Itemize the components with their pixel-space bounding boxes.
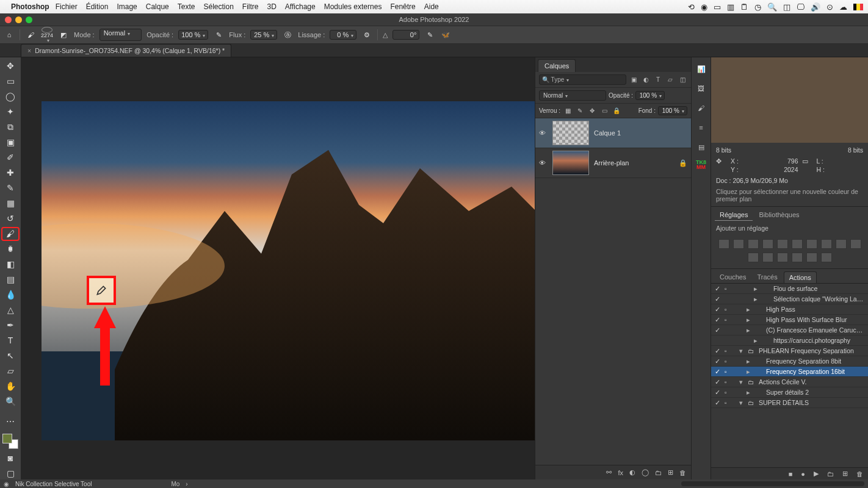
tab-actions[interactable]: Actions [784, 271, 817, 283]
action-row[interactable]: ✓▸Sélection calque "Working Layer" [711, 294, 868, 304]
lock-nest-icon[interactable]: ▭ [599, 107, 609, 114]
pressure-size-icon[interactable]: ✎ [424, 29, 435, 40]
lock-paint-icon[interactable]: ✎ [575, 107, 585, 114]
status-icon[interactable]: 🔍 [767, 2, 777, 12]
lissage-field[interactable]: 0 % [330, 30, 356, 40]
visibility-icon[interactable]: 👁 [539, 129, 548, 137]
filter-adjust-icon[interactable]: ◐ [641, 76, 651, 83]
filter-shape-icon[interactable]: ▱ [665, 76, 675, 83]
action-row[interactable]: ✓▫▸Frequency Separation 8bit [711, 356, 868, 367]
chevron-right-icon[interactable]: › [186, 481, 187, 487]
new-set-icon[interactable]: 🗀 [827, 470, 834, 478]
menu-fenetre[interactable]: Fenêtre [390, 2, 415, 11]
lock-pos-icon[interactable]: ✥ [587, 107, 597, 114]
layer-thumb[interactable] [552, 151, 589, 175]
opacity-field[interactable]: 100 % [178, 30, 208, 40]
layer-name[interactable]: Arrière-plan [594, 159, 629, 167]
lock-trans-icon[interactable]: ▦ [563, 107, 573, 114]
new-layer-icon[interactable]: ⊞ [668, 468, 673, 476]
adj-photo-icon[interactable] [836, 239, 847, 249]
action-dialog-icon[interactable]: ▫ [725, 306, 732, 313]
tab-couches[interactable]: Couches [715, 271, 751, 283]
trash-icon[interactable]: 🗑 [856, 470, 863, 478]
quickmask-icon[interactable]: ◙ [2, 451, 19, 464]
adj-bw-icon[interactable] [821, 239, 832, 249]
airbrush-icon[interactable]: ⓐ [282, 29, 293, 40]
status-icon[interactable]: ◉ [701, 2, 707, 12]
layer-row[interactable]: 👁 Arrière-plan 🔒 [535, 148, 691, 178]
adj-lookup-icon[interactable] [748, 253, 759, 262]
action-dialog-icon[interactable]: ▫ [725, 285, 732, 292]
visibility-icon[interactable]: 👁 [539, 159, 548, 167]
action-dialog-icon[interactable]: ▫ [725, 357, 732, 365]
pen-tool-icon[interactable]: ✒ [2, 319, 19, 332]
adj-gradmap-icon[interactable] [821, 253, 832, 262]
status-icon[interactable]: ◷ [754, 2, 761, 12]
nik-plugin-label[interactable]: Nik Collection Selective Tool [15, 481, 92, 487]
histogram-stub-icon[interactable]: 📊 [695, 62, 708, 76]
history-brush-tool-icon[interactable]: ↺ [2, 212, 19, 225]
action-row[interactable]: ▸https://carucci.photography [711, 336, 868, 346]
symmetry-icon[interactable]: 🦋 [440, 29, 451, 40]
action-check-icon[interactable]: ✓ [715, 378, 722, 386]
menu-calque[interactable]: Calque [146, 2, 169, 11]
new-action-icon[interactable]: ⊞ [842, 470, 848, 478]
adj-vibrance-icon[interactable] [777, 239, 788, 249]
frame-tool-icon[interactable]: ▣ [2, 136, 19, 149]
brush-stub-icon[interactable]: 🖌 [695, 101, 708, 115]
adj-poster-icon[interactable] [777, 253, 788, 262]
adj-selcolor-icon[interactable] [806, 253, 817, 262]
lasso-tool-icon[interactable]: ◯ [2, 90, 19, 103]
nik-plugin-icon[interactable]: ◉ [4, 481, 9, 487]
action-row[interactable]: ✓▫▸High Pass With Surface Blur [711, 315, 868, 325]
tab-calques[interactable]: Calques [538, 59, 576, 72]
action-row[interactable]: ✓▫▾🗀SUPER DÉTAILS [711, 398, 868, 408]
layer-thumb[interactable] [552, 121, 589, 145]
stop-icon[interactable]: ■ [789, 470, 793, 478]
adj-invert-icon[interactable] [762, 253, 773, 262]
adj-mixer-icon[interactable] [850, 239, 861, 249]
menu-filtre[interactable]: Filtre [242, 2, 259, 11]
layer-row[interactable]: 👁 Calque 1 [535, 118, 691, 148]
tab-traces[interactable]: Tracés [752, 271, 782, 283]
horizontal-scrollbar[interactable] [681, 481, 864, 486]
action-row[interactable]: ✓▫▾🗀Actions Cécile V. [711, 377, 868, 387]
clone-tool-icon[interactable]: ⧯ [2, 243, 19, 256]
status-icon[interactable]: 🗒 [740, 2, 748, 12]
action-check-icon[interactable]: ✓ [715, 368, 722, 375]
group-icon[interactable]: 🗀 [655, 469, 662, 476]
status-icon[interactable]: ▭ [714, 2, 721, 12]
path-tool-icon[interactable]: ↖ [2, 350, 19, 362]
expand-icon[interactable]: ▸ [747, 368, 753, 375]
color-swatches[interactable] [2, 434, 18, 449]
brush-tool-icon[interactable]: 🖌 [2, 228, 19, 240]
adj-levels-icon[interactable] [733, 239, 744, 249]
action-row[interactable]: ✓▫▸Frequency Separation 16bit [711, 367, 868, 377]
mask-icon[interactable]: ◐ [629, 468, 635, 476]
status-icon[interactable]: ⟲ [688, 2, 695, 12]
status-icon[interactable]: ☁ [839, 2, 847, 12]
close-button[interactable] [5, 16, 12, 23]
brush-tool-icon[interactable]: 🖌 [25, 29, 36, 40]
action-dialog-icon[interactable]: ▫ [725, 368, 732, 375]
expand-icon[interactable]: ▾ [739, 378, 745, 386]
hand-tool-icon[interactable]: ✋ [2, 380, 19, 393]
canvas-area[interactable] [21, 57, 535, 479]
brush2-tool-icon[interactable]: ✎ [2, 182, 19, 195]
settings-stub-icon[interactable]: ≡ [695, 121, 708, 134]
expand-icon[interactable]: ▸ [747, 316, 753, 323]
adj-exposure-icon[interactable] [762, 239, 773, 249]
angle-field[interactable]: 0° [392, 30, 419, 40]
expand-icon[interactable]: ▸ [747, 357, 753, 365]
action-check-icon[interactable]: ✓ [715, 306, 722, 313]
blend-mode-select[interactable]: Normal [539, 90, 606, 101]
action-dialog-icon[interactable]: ▫ [725, 378, 732, 386]
adj-brightness-icon[interactable] [718, 239, 729, 249]
document-canvas[interactable] [42, 101, 535, 440]
lock-icon[interactable]: 🔒 [679, 159, 687, 167]
menu-3d[interactable]: 3D [267, 2, 277, 11]
minimize-button[interactable] [15, 16, 22, 23]
app-name[interactable]: Photoshop [11, 2, 49, 11]
adj-thresh-icon[interactable] [792, 253, 803, 262]
action-dialog-icon[interactable]: ▫ [725, 389, 732, 396]
